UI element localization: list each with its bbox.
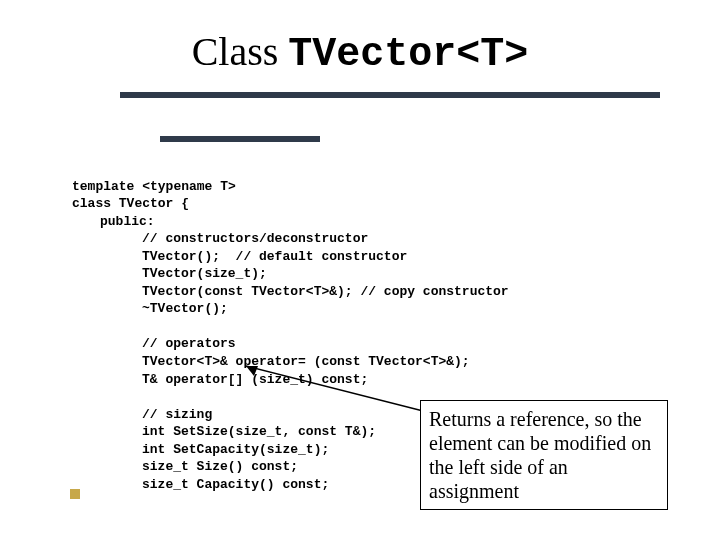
code-line: class TVector { [72,196,189,211]
title-mono: TVector<T> [288,32,528,77]
slide: Class TVector<T> template <typename T> c… [0,0,720,540]
code-line: ~TVector(); [72,300,228,318]
sub-rule [160,136,320,142]
code-line: // operators [72,335,236,353]
code-line: TVector(const TVector<T>&); // copy cons… [72,283,509,301]
code-line: int SetSize(size_t, const T&); [72,423,376,441]
code-line: size_t Capacity() const; [72,476,329,494]
title-prefix: Class [192,29,289,74]
code-line: // constructors/deconstructor [72,230,368,248]
code-line: int SetCapacity(size_t); [72,441,329,459]
code-line: T& operator[] (size_t) const; [72,371,368,389]
code-line: // sizing [72,406,212,424]
callout-text: Returns a reference, so the element can … [429,408,651,502]
slide-title: Class TVector<T> [0,28,720,77]
code-line: public: [72,213,155,231]
code-line: TVector(); // default constructor [72,248,407,266]
code-line: size_t Size() const; [72,458,298,476]
code-line: TVector<T>& operator= (const TVector<T>&… [72,353,470,371]
code-line: template <typename T> [72,179,236,194]
title-rule [120,92,660,98]
bullet-square-icon [70,489,80,499]
code-line: TVector(size_t); [72,265,267,283]
callout-box: Returns a reference, so the element can … [420,400,668,510]
